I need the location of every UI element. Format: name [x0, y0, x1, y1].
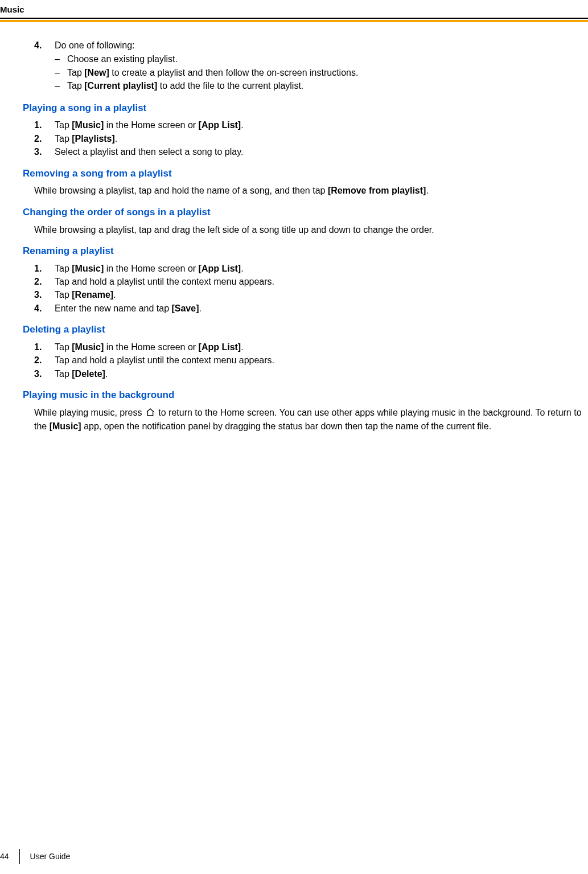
- list-item: 1. Tap [Music] in the Home screen or [Ap…: [34, 341, 588, 354]
- step4-body: Do one of following: – Choose an existin…: [55, 39, 358, 93]
- step-marker: 2.: [34, 354, 55, 367]
- item-text: Tap and hold a playlist until the contex…: [55, 276, 274, 288]
- heading-background: Playing music in the background: [23, 388, 588, 402]
- sec4-list: 1. Tap [Music] in the Home screen or [Ap…: [34, 262, 588, 315]
- list-item: 4. Enter the new name and tap [Save].: [34, 302, 588, 315]
- sec1-list: 1. Tap [Music] in the Home screen or [Ap…: [34, 119, 588, 158]
- step4-sub-2: – Tap [New] to create a playlist and the…: [55, 67, 358, 79]
- step-marker: 1.: [34, 262, 55, 275]
- step4-sub-1: – Choose an existing playlist.: [55, 53, 358, 65]
- list-item: 2. Tap and hold a playlist until the con…: [34, 276, 588, 288]
- step4-text: Do one of following:: [55, 40, 135, 50]
- sub-text: Choose an existing playlist.: [67, 53, 178, 65]
- dash-marker: –: [55, 53, 67, 65]
- dash-marker: –: [55, 80, 67, 92]
- item-text: Tap [Music] in the Home screen or [App L…: [55, 341, 244, 354]
- list-item: 1. Tap [Music] in the Home screen or [Ap…: [34, 119, 588, 132]
- step4-list: 4. Do one of following: – Choose an exis…: [34, 39, 588, 93]
- step-marker: 2.: [34, 133, 55, 145]
- step-marker: 3.: [34, 289, 55, 301]
- step-marker: 1.: [34, 341, 55, 354]
- item-text: Tap [Music] in the Home screen or [App L…: [55, 262, 244, 275]
- sec3-para: While browsing a playlist, tap and drag …: [34, 224, 588, 236]
- page: Music 4. Do one of following: – Choose a…: [0, 0, 588, 449]
- step4-item: 4. Do one of following: – Choose an exis…: [34, 39, 588, 93]
- step4-sublist: – Choose an existing playlist. – Tap [Ne…: [55, 53, 358, 92]
- content-body: 4. Do one of following: – Choose an exis…: [0, 39, 588, 433]
- item-text: Tap [Rename].: [55, 289, 116, 301]
- sec2-para: While browsing a playlist, tap and hold …: [34, 184, 588, 197]
- heading-renaming: Renaming a playlist: [23, 244, 588, 258]
- dash-marker: –: [55, 67, 67, 79]
- step-marker: 3.: [34, 368, 55, 380]
- item-text: Tap [Playlists].: [55, 133, 117, 145]
- step-marker: 3.: [34, 146, 55, 158]
- list-item: 2. Tap and hold a playlist until the con…: [34, 354, 588, 367]
- header-rule-dark: [0, 18, 588, 19]
- sec6-para: While playing music, press to return to …: [34, 407, 588, 433]
- list-item: 3. Tap [Delete].: [34, 368, 588, 380]
- list-item: 3. Tap [Rename].: [34, 289, 588, 301]
- heading-deleting: Deleting a playlist: [23, 323, 588, 337]
- item-text: Enter the new name and tap [Save].: [55, 302, 202, 315]
- sec5-list: 1. Tap [Music] in the Home screen or [Ap…: [34, 341, 588, 380]
- item-text: Tap and hold a playlist until the contex…: [55, 354, 274, 367]
- step-marker: 2.: [34, 276, 55, 288]
- sub-text: Tap [Current playlist] to add the file t…: [67, 80, 303, 92]
- list-item: 3. Select a playlist and then select a s…: [34, 146, 588, 158]
- step-marker: 4.: [34, 39, 55, 93]
- page-header-title: Music: [0, 0, 588, 18]
- step4-sub-3: – Tap [Current playlist] to add the file…: [55, 80, 358, 92]
- home-icon: [146, 408, 155, 420]
- list-item: 2. Tap [Playlists].: [34, 133, 588, 145]
- heading-changing-order: Changing the order of songs in a playlis…: [23, 206, 588, 219]
- list-item: 1. Tap [Music] in the Home screen or [Ap…: [34, 262, 588, 275]
- step-marker: 1.: [34, 119, 55, 132]
- step-marker: 4.: [34, 302, 55, 315]
- sub-text: Tap [New] to create a playlist and then …: [67, 67, 358, 79]
- header-rule-orange: [0, 20, 588, 22]
- item-text: Select a playlist and then select a song…: [55, 146, 243, 158]
- item-text: Tap [Delete].: [55, 368, 108, 380]
- heading-playing-song: Playing a song in a playlist: [23, 101, 588, 115]
- heading-removing-song: Removing a song from a playlist: [23, 167, 588, 180]
- item-text: Tap [Music] in the Home screen or [App L…: [55, 119, 244, 132]
